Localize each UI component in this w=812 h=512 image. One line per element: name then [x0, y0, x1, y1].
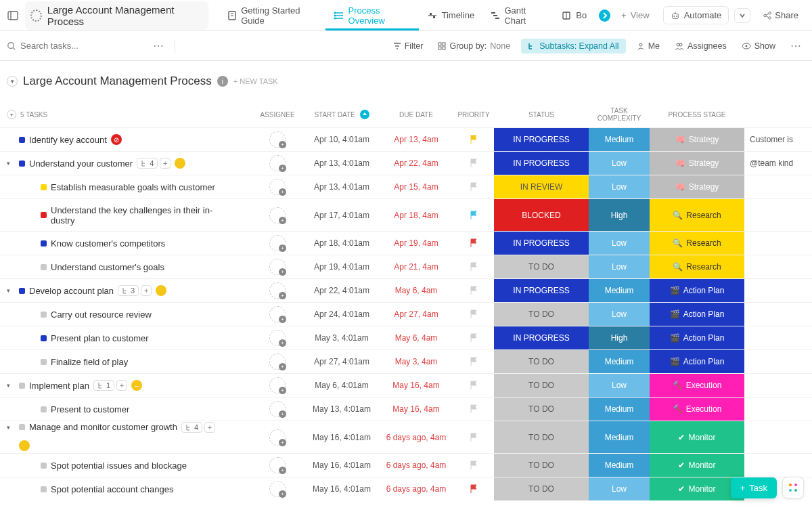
- complexity-cell[interactable]: Medium: [589, 350, 650, 373]
- new-task-fab[interactable]: + Task: [731, 477, 777, 498]
- col-complexity[interactable]: TASK COMPLEXITY: [589, 107, 650, 122]
- workspace-title[interactable]: Large Account Management Process: [25, 1, 208, 30]
- group-collapse-icon[interactable]: ▾: [7, 110, 16, 119]
- add-subtask-button[interactable]: +: [116, 380, 127, 391]
- priority-cell[interactable]: [453, 477, 494, 500]
- priority-cell[interactable]: [453, 303, 494, 326]
- expand-icon[interactable]: ▾: [7, 287, 15, 294]
- due-date-cell[interactable]: Apr 27, 4am: [379, 303, 453, 326]
- tag-icon[interactable]: [175, 158, 185, 169]
- start-date-cell[interactable]: Apr 18, 4:01am: [304, 232, 379, 255]
- start-date-cell[interactable]: May 16, 4:01am: [304, 477, 379, 500]
- assignee-avatar[interactable]: [269, 235, 286, 251]
- filter-button[interactable]: Filter: [389, 39, 428, 54]
- tag-icon[interactable]: [19, 440, 30, 451]
- task-row[interactable]: Know customer's competitorsApr 18, 4:01a…: [0, 231, 812, 255]
- task-row[interactable]: Carry out resource reviewApr 24, 4:01amA…: [0, 302, 812, 326]
- task-row[interactable]: ▾Implement plan1+–May 6, 4:01amMay 16, 4…: [0, 373, 812, 397]
- due-date-cell[interactable]: Apr 21, 4am: [379, 255, 453, 278]
- add-view-button[interactable]: + View: [613, 0, 658, 30]
- start-date-cell[interactable]: Apr 13, 4:01am: [304, 175, 379, 198]
- start-date-cell[interactable]: Apr 13, 4:01am: [304, 152, 379, 175]
- task-row[interactable]: Spot potential account changesMay 16, 4:…: [0, 477, 812, 500]
- status-cell[interactable]: TO DO: [494, 255, 589, 278]
- due-date-cell[interactable]: Apr 18, 4am: [379, 199, 453, 231]
- expand-icon[interactable]: ▾: [7, 382, 15, 389]
- complexity-cell[interactable]: High: [589, 199, 650, 231]
- status-cell[interactable]: IN PROGRESS: [494, 279, 589, 302]
- task-row[interactable]: Identify key account⊘Apr 10, 4:01amApr 1…: [0, 127, 812, 151]
- start-date-cell[interactable]: May 6, 4:01am: [304, 374, 379, 397]
- stage-cell[interactable]: 🧠 Strategy: [650, 152, 744, 175]
- assignee-avatar[interactable]: [269, 401, 286, 417]
- due-date-cell[interactable]: 6 days ago, 4am: [379, 454, 453, 477]
- complexity-cell[interactable]: Medium: [589, 454, 650, 477]
- tag-icon[interactable]: ⊘: [111, 134, 122, 145]
- complexity-cell[interactable]: Low: [589, 232, 650, 255]
- status-cell[interactable]: TO DO: [494, 374, 589, 397]
- tab-gantt-chart[interactable]: Gantt Chart: [482, 0, 553, 30]
- stage-cell[interactable]: 🎬 Action Plan: [650, 303, 744, 326]
- priority-cell[interactable]: [453, 350, 494, 373]
- task-row[interactable]: Present to customerMay 13, 4:01amMay 16,…: [0, 397, 812, 421]
- status-cell[interactable]: TO DO: [494, 454, 589, 477]
- status-cell[interactable]: IN PROGRESS: [494, 152, 589, 175]
- show-button[interactable]: Show: [738, 39, 780, 54]
- share-button[interactable]: Share: [756, 7, 805, 24]
- complexity-cell[interactable]: Low: [589, 477, 650, 500]
- tabs-scroll-right-icon[interactable]: [599, 9, 610, 22]
- assignees-button[interactable]: Assignees: [671, 39, 731, 54]
- tab-bo[interactable]: Bo: [553, 0, 595, 30]
- due-date-cell[interactable]: Apr 19, 4am: [379, 232, 453, 255]
- start-date-cell[interactable]: Apr 24, 4:01am: [304, 303, 379, 326]
- subtask-count-badge[interactable]: 4: [137, 158, 158, 169]
- status-cell[interactable]: TO DO: [494, 398, 589, 421]
- col-status[interactable]: STATUS: [494, 111, 589, 119]
- complexity-cell[interactable]: Low: [589, 303, 650, 326]
- status-cell[interactable]: TO DO: [494, 303, 589, 326]
- subtask-count-badge[interactable]: 1: [93, 380, 114, 391]
- add-subtask-button[interactable]: +: [141, 285, 152, 296]
- start-date-cell[interactable]: May 3, 4:01am: [304, 326, 379, 349]
- col-assignee[interactable]: ASSIGNEE: [250, 111, 304, 119]
- due-date-cell[interactable]: May 6, 4am: [379, 279, 453, 302]
- tab-process-overview[interactable]: Process Overview: [325, 0, 419, 30]
- priority-cell[interactable]: [453, 326, 494, 349]
- new-task-button[interactable]: + NEW TASK: [233, 77, 278, 85]
- assignee-avatar[interactable]: [269, 377, 286, 393]
- priority-cell[interactable]: [453, 175, 494, 198]
- due-date-cell[interactable]: May 6, 4am: [379, 326, 453, 349]
- expand-icon[interactable]: ▾: [7, 424, 15, 431]
- complexity-cell[interactable]: Medium: [589, 398, 650, 421]
- col-due-date[interactable]: DUE DATE: [379, 111, 453, 119]
- assignee-avatar[interactable]: [269, 481, 286, 497]
- status-cell[interactable]: IN REVIEW: [494, 175, 589, 198]
- subtasks-button[interactable]: Subtasks: Expand All: [521, 39, 625, 54]
- due-date-cell[interactable]: Apr 22, 4am: [379, 152, 453, 175]
- search-input-wrap[interactable]: [7, 41, 142, 51]
- tag-icon[interactable]: –: [131, 380, 142, 391]
- stage-cell[interactable]: 🧠 Strategy: [650, 175, 744, 198]
- assignee-avatar[interactable]: [269, 282, 286, 299]
- due-date-cell[interactable]: 6 days ago, 4am: [379, 477, 453, 500]
- priority-cell[interactable]: [453, 255, 494, 278]
- due-date-cell[interactable]: 6 days ago, 4am: [379, 421, 453, 453]
- status-cell[interactable]: TO DO: [494, 421, 589, 453]
- complexity-cell[interactable]: Medium: [589, 279, 650, 302]
- col-priority[interactable]: PRIORITY: [453, 111, 494, 119]
- start-date-cell[interactable]: May 13, 4:01am: [304, 398, 379, 421]
- task-row[interactable]: Establish measurable goals with customer…: [0, 175, 812, 198]
- search-input[interactable]: [20, 41, 142, 51]
- start-date-cell[interactable]: Apr 10, 4:01am: [304, 128, 379, 151]
- status-cell[interactable]: TO DO: [494, 477, 589, 500]
- stage-cell[interactable]: 🎬 Action Plan: [650, 350, 744, 373]
- complexity-cell[interactable]: Low: [589, 255, 650, 278]
- search-options-icon[interactable]: ⋯: [149, 39, 168, 52]
- task-row[interactable]: Finalize field of playApr 27, 4:01amMay …: [0, 349, 812, 373]
- status-cell[interactable]: IN PROGRESS: [494, 128, 589, 151]
- priority-cell[interactable]: [453, 199, 494, 231]
- sidebar-toggle-icon[interactable]: [7, 9, 20, 22]
- automate-button[interactable]: Automate: [663, 6, 729, 24]
- start-date-cell[interactable]: Apr 17, 4:01am: [304, 199, 379, 231]
- priority-cell[interactable]: [453, 454, 494, 477]
